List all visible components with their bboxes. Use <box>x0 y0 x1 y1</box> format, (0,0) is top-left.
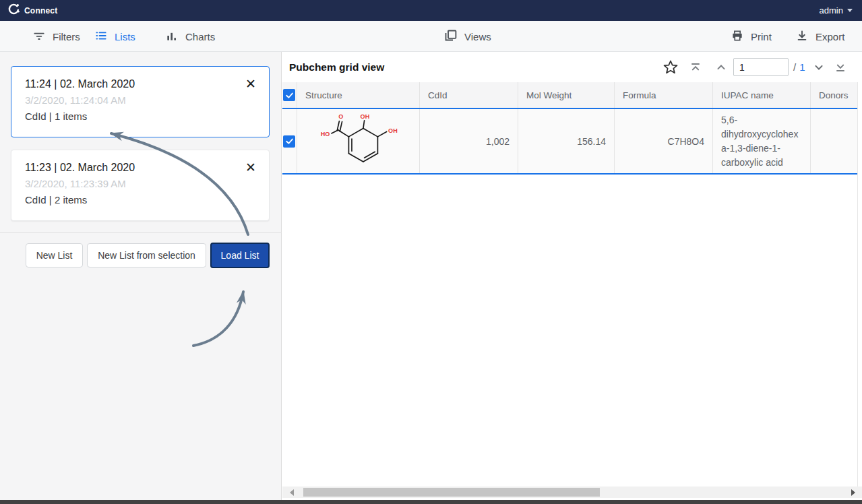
top-app-bar: Connect admin <box>0 0 862 21</box>
lists-label: Lists <box>115 31 135 42</box>
views-button[interactable]: Views <box>443 21 491 52</box>
total-pages: 1 <box>799 61 805 73</box>
select-all-checkbox[interactable] <box>283 89 295 101</box>
row-checkbox[interactable] <box>283 135 295 148</box>
print-label: Print <box>751 31 772 42</box>
new-list-from-selection-button[interactable]: New List from selection <box>87 243 206 267</box>
page-number-input[interactable] <box>733 58 789 76</box>
export-button[interactable]: Export <box>795 21 844 52</box>
column-header-formula[interactable]: Formula <box>615 82 713 108</box>
filters-button[interactable]: Filters <box>32 21 80 52</box>
column-header-iupac-name[interactable]: IUPAC name <box>713 82 811 108</box>
user-menu[interactable]: admin <box>820 0 853 21</box>
column-header-cdid[interactable]: CdId <box>420 82 518 108</box>
page-total: / 1 <box>793 52 805 82</box>
bottom-edge-bar <box>0 500 862 504</box>
structure-cell: O HO OH OH <box>297 109 420 173</box>
charts-label: Charts <box>185 31 215 42</box>
first-page-icon[interactable] <box>689 52 702 82</box>
next-page-icon[interactable] <box>812 52 826 82</box>
list-card-timestamp: 3/2/2020, 11:24:04 AM <box>25 92 255 108</box>
atom-label-oh-top: OH <box>361 113 370 120</box>
brand: Connect <box>7 3 57 18</box>
list-card-1124[interactable]: 11:24 | 02. March 2020 3/2/2020, 11:24:0… <box>11 66 270 137</box>
toolbar: Filters Lists Charts Views Print Export <box>0 21 862 52</box>
export-label: Export <box>815 31 844 42</box>
load-list-button[interactable]: Load List <box>210 243 270 268</box>
views-label: Views <box>464 31 491 42</box>
list-card-summary: CdId | 1 items <box>25 108 255 125</box>
list-card-timestamp: 3/2/2020, 11:23:39 AM <box>25 176 255 192</box>
lists-button[interactable]: Lists <box>94 21 135 52</box>
column-header-mol-weight[interactable]: Mol Weight <box>518 82 615 108</box>
horizontal-scrollbar[interactable] <box>282 486 862 498</box>
bar-chart-icon <box>165 29 179 44</box>
stacked-pages-icon <box>443 28 458 44</box>
lists-panel: 11:24 | 02. March 2020 3/2/2020, 11:24:0… <box>0 52 282 500</box>
iupac-name-cell: 5,6-dihydroxycyclohexa-1,3-diene-1-carbo… <box>713 109 811 173</box>
download-icon <box>795 29 809 44</box>
column-header-structure[interactable]: Structure <box>297 82 420 108</box>
list-actions-divider <box>0 232 282 233</box>
molecule-structure: O HO OH OH <box>305 110 411 172</box>
close-icon[interactable]: ✕ <box>243 76 258 91</box>
formula-cell: C7H8O4 <box>615 109 713 173</box>
close-icon[interactable]: ✕ <box>243 160 258 175</box>
mol-weight-cell: 156.14 <box>518 109 615 173</box>
previous-page-icon[interactable] <box>714 52 728 82</box>
list-icon <box>94 29 108 44</box>
horizontal-scrollbar-thumb[interactable] <box>303 488 600 497</box>
cdid-cell: 1,002 <box>420 109 518 173</box>
favorite-star-icon[interactable] <box>663 52 679 82</box>
list-card-1123[interactable]: 11:23 | 02. March 2020 3/2/2020, 11:23:3… <box>11 150 270 221</box>
table-header-row: Structure CdId Mol Weight Formula IUPAC … <box>282 82 857 109</box>
row-select-cell <box>282 109 297 173</box>
last-page-icon[interactable] <box>834 52 847 82</box>
page-separator: / <box>793 61 796 73</box>
scroll-left-icon[interactable] <box>286 486 297 498</box>
grid-title: Pubchem grid view <box>289 52 384 82</box>
column-header-donors[interactable]: Donors <box>811 82 857 108</box>
results-table: Structure CdId Mol Weight Formula IUPAC … <box>282 82 857 175</box>
scroll-right-icon[interactable] <box>847 486 859 498</box>
arrow-to-load-list <box>193 292 243 346</box>
list-card-summary: CdId | 2 items <box>25 192 255 208</box>
table-row[interactable]: O HO OH OH 1,002 156.14 C7H8O4 5,6-dihyd… <box>282 109 857 175</box>
grid-header: Pubchem grid view / 1 <box>282 52 862 82</box>
printer-icon <box>731 29 744 44</box>
donors-cell <box>811 109 857 173</box>
user-name: admin <box>820 5 843 15</box>
vertical-scrollbar-gutter <box>857 82 862 486</box>
chevron-down-icon <box>847 9 853 12</box>
atom-label-oh-right: OH <box>388 127 398 134</box>
brand-label: Connect <box>24 6 57 15</box>
filters-label: Filters <box>53 31 80 42</box>
charts-button[interactable]: Charts <box>165 21 215 52</box>
new-list-button[interactable]: New List <box>26 243 83 267</box>
chemaxon-swirl-icon <box>7 3 20 18</box>
atom-label-o: O <box>338 113 343 120</box>
list-card-title: 11:24 | 02. March 2020 <box>25 76 255 92</box>
select-all-cell <box>282 82 297 108</box>
atom-label-ho: HO <box>321 131 330 137</box>
print-button[interactable]: Print <box>731 21 772 52</box>
list-card-title: 11:23 | 02. March 2020 <box>25 160 255 176</box>
filter-icon <box>32 29 46 44</box>
